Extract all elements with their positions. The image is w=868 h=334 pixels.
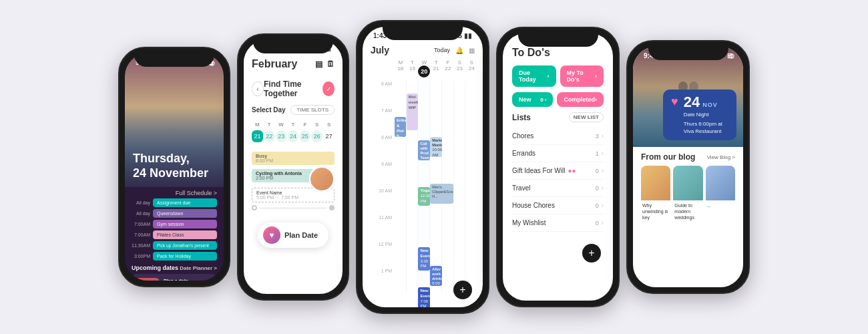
time-slots-button[interactable]: TIME SLOTS xyxy=(290,105,335,115)
due-today-label: Due Today xyxy=(519,69,548,83)
blog-caption-1: Why unwinding is key xyxy=(641,200,670,222)
blog-card-3[interactable]: ... xyxy=(706,166,735,222)
phone-screen-1: 9:41 ● ▲ ⊟ ⊙ ⚙ Thursday, 24 November Ful… xyxy=(125,53,224,281)
event-bar-1: Assignment due xyxy=(153,198,217,207)
select-day-row: Select Day TIME SLOTS xyxy=(244,102,343,118)
back-button[interactable]: ‹ xyxy=(252,81,264,96)
blog-title: From our blog xyxy=(641,152,695,162)
blog-card-1[interactable]: Why unwinding is key xyxy=(641,166,670,222)
view-blog-link[interactable]: View Blog > xyxy=(707,154,735,160)
upcoming-img xyxy=(136,278,160,281)
avatar-2 xyxy=(309,166,335,192)
phone-todos: To Do's Due Today › My To Do's › New 0 › xyxy=(496,27,620,307)
july-header-right: Today 🔔 ▦ xyxy=(434,47,475,54)
phone-find-time: ▤ 🗓 February ▤ 🗓 ‹ Find Time Together ✓ … xyxy=(237,33,349,301)
blog-grid: Why unwinding is key Guide to modern wed… xyxy=(641,166,735,222)
event-marketing[interactable]: Marketing Meeting 10:00 AM xyxy=(430,137,441,157)
due-today-button[interactable]: Due Today › xyxy=(512,65,556,87)
errands-count: 1 xyxy=(596,150,599,157)
house-chores-count: 0 xyxy=(596,202,599,209)
plan-date-icon: ♥ xyxy=(263,226,280,244)
list-item-house-chores[interactable]: House Chores 0 › xyxy=(512,197,604,214)
day-header-s2: S xyxy=(323,120,335,129)
full-schedule-link[interactable]: Full Schedule > xyxy=(176,190,217,196)
week-day-s2: S24 xyxy=(465,58,477,79)
travel-count: 0 xyxy=(596,185,599,192)
add-todo-button[interactable]: + xyxy=(582,244,601,263)
event-new-1[interactable]: New Event 3:30 PM xyxy=(418,247,429,271)
select-day-label: Select Day xyxy=(252,106,286,114)
gift-dot: ●● xyxy=(568,167,576,174)
gift-arrow: › xyxy=(602,167,604,174)
upcoming-title: Upcoming dates xyxy=(132,265,178,271)
event-item-4: 7:00AM Pilates Class xyxy=(132,230,217,239)
blog-img-3 xyxy=(706,166,735,200)
blog-card-2[interactable]: Guide to modern weddings xyxy=(673,166,702,222)
gear-icon-5[interactable]: ⚙ xyxy=(728,52,735,61)
event-yoga[interactable]: Yoga 12:30 PM xyxy=(418,187,429,206)
completed-button[interactable]: Completed › xyxy=(557,92,604,107)
find-time-title: Find Time Together xyxy=(264,79,322,98)
due-row: Due Today › My To Do's › xyxy=(512,65,604,87)
plan-date-button[interactable]: ♥ Plan Date xyxy=(258,222,329,248)
date-month: NOV xyxy=(702,102,718,108)
list-item-gift[interactable]: Gift Ideas For Will ●● 0 › xyxy=(512,162,604,180)
event-midweek[interactable]: Mid-week WIP xyxy=(407,94,418,130)
list-item-errands[interactable]: Errands 1 › xyxy=(512,145,604,162)
house-chores-label: House Chores xyxy=(512,202,555,209)
time-col-3: 6 AM 7 AM 8 AM 9 AM 10 AM 11 AM 12 PM 1 … xyxy=(368,80,395,294)
cal-day-23[interactable]: 23 xyxy=(276,130,287,142)
cal-day-27[interactable]: 27 xyxy=(323,130,335,142)
menu-icon[interactable]: ▤ xyxy=(315,59,322,69)
grid-icon[interactable]: ▦ xyxy=(469,47,475,54)
date-planner-link[interactable]: Date Planner > xyxy=(180,265,217,271)
event-item-3: 7:00AM Gym session xyxy=(132,220,217,228)
week-day-m: M18 xyxy=(395,58,407,79)
blog-caption-2: Guide to modern weddings xyxy=(673,200,702,222)
date-event-detail: Thurs 6:00pm at Viva Restaurant xyxy=(684,120,728,135)
completed-arrow: › xyxy=(595,96,597,103)
add-event-button[interactable]: + xyxy=(453,281,472,299)
list-item-wishlist[interactable]: My Wishlist 0 › xyxy=(512,214,604,232)
upcoming-card[interactable]: Plan a date Relationships are better wit… xyxy=(132,274,217,281)
my-todos-button[interactable]: My To Do's › xyxy=(560,65,604,87)
month-label-2: February xyxy=(252,58,297,70)
event-prod-team[interactable]: Call with Prod Team 10:30 AM xyxy=(418,140,429,160)
my-todos-label: My To Do's xyxy=(567,69,596,83)
new-label: New xyxy=(519,96,531,103)
errands-label: Errands xyxy=(512,150,535,157)
new-button[interactable]: New 0 › xyxy=(512,92,553,107)
phone-schedule: 9:41 ● ▲ ⊟ ⊙ ⚙ Thursday, 24 November Ful… xyxy=(118,47,230,287)
list-item-chores[interactable]: Chores 3 › xyxy=(512,128,604,145)
find-time-row: ‹ Find Time Together ✓ xyxy=(244,75,343,102)
todos-content: To Do's Due Today › My To Do's › New 0 › xyxy=(503,41,613,237)
date-night-card[interactable]: ♥ 24 NOV Date Night Thurs 6:00pm at Viva… xyxy=(663,90,736,140)
cal-day-22[interactable]: 22 xyxy=(264,130,275,142)
travel-label: Travel xyxy=(512,184,530,192)
calendar-icon[interactable]: 🗓 xyxy=(327,59,335,69)
phone-notch-1 xyxy=(134,48,214,67)
blog-img-1 xyxy=(641,166,670,200)
event-item-1: All day Assignment due xyxy=(132,198,217,207)
today-button[interactable]: Today xyxy=(434,47,450,53)
event-bar-5: Pick up Jonathan's present xyxy=(153,241,217,250)
cal-day-26[interactable]: 26 xyxy=(311,130,322,142)
cal-day-21[interactable]: 21 xyxy=(252,130,263,142)
phones-container: 9:41 ● ▲ ⊟ ⊙ ⚙ Thursday, 24 November Ful… xyxy=(0,0,868,334)
cal-day-24[interactable]: 24 xyxy=(288,130,299,142)
todos-title: To Do's xyxy=(512,47,604,59)
cal-day-25[interactable]: 25 xyxy=(299,130,310,142)
confirm-button[interactable]: ✓ xyxy=(322,81,335,96)
event-erika[interactable]: Erika & Phil b... 9:30 AM xyxy=(395,117,406,137)
phone-notch-2 xyxy=(253,35,333,53)
phone-screen-5: 9:41 ▲ ⊟ ⊙ ⚙ ♥ xyxy=(633,47,743,287)
hero-bg-1: 9:41 ● ▲ ⊟ ⊙ ⚙ Thursday, 24 November xyxy=(125,53,224,187)
event-clippers[interactable]: Men's Clipper&Scissors H... xyxy=(430,184,453,204)
upcoming-header: Upcoming dates Date Planner > xyxy=(132,265,217,271)
blog-img-2 xyxy=(673,166,702,200)
blog-caption-3: ... xyxy=(706,200,735,210)
new-list-button[interactable]: NEW LIST xyxy=(569,112,604,122)
my-todos-arrow: › xyxy=(595,73,597,79)
list-item-travel[interactable]: Travel 0 › xyxy=(512,180,604,197)
heart-icon: ♥ xyxy=(671,95,678,109)
